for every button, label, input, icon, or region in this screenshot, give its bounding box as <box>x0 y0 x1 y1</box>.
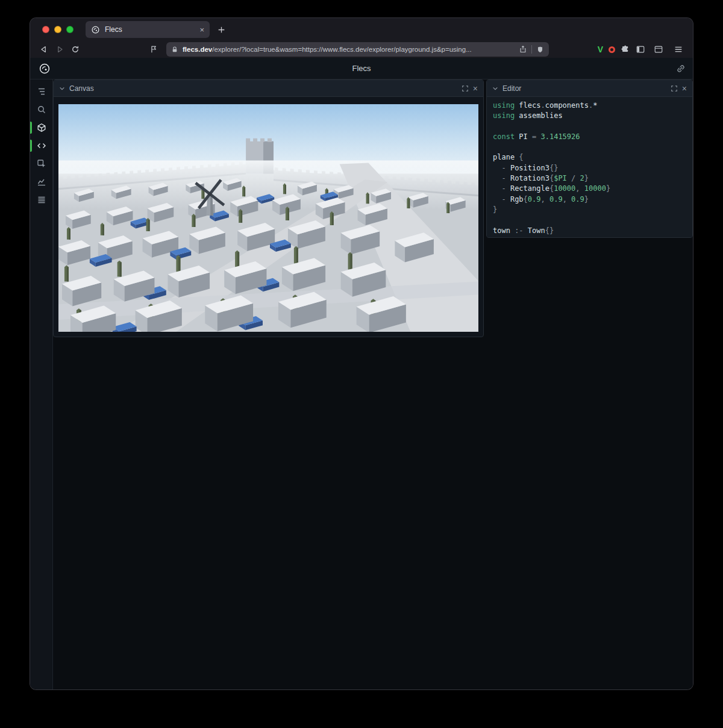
flecs-favicon-icon <box>91 25 100 34</box>
sidebar-inspect-button[interactable] <box>30 155 53 172</box>
reload-button[interactable] <box>67 42 83 57</box>
cube-icon <box>37 123 46 132</box>
expand-icon[interactable] <box>671 85 678 92</box>
canvas-panel: Canvas × <box>53 79 484 337</box>
url-path: /explorer/?local=true&wasm=https://www.f… <box>212 46 472 53</box>
sidebar-editor-button[interactable] <box>30 137 53 154</box>
table-icon <box>37 195 46 205</box>
tab-manager-icon[interactable] <box>654 45 663 54</box>
screen: Flecs × f <box>0 0 723 728</box>
back-button[interactable] <box>36 42 52 57</box>
page-title: Flecs <box>30 64 693 73</box>
urlbar-divider <box>531 45 532 54</box>
toolbar-extensions: V <box>598 45 687 54</box>
lock-icon[interactable] <box>171 46 178 53</box>
sidebar-canvas-button[interactable] <box>30 119 53 136</box>
menu-hamburger-icon[interactable] <box>674 45 683 54</box>
inspect-icon <box>37 159 46 169</box>
expand-icon[interactable] <box>462 85 469 92</box>
editor-panel: Editor × using flecs.components.*using a… <box>486 79 693 238</box>
search-icon <box>37 105 46 114</box>
vimium-v-icon[interactable]: V <box>598 45 603 54</box>
sidebar-search-button[interactable] <box>30 101 53 118</box>
url-bar[interactable]: flecs.dev/explorer/?local=true&wasm=http… <box>166 42 549 57</box>
new-tab-button[interactable] <box>217 25 226 34</box>
close-icon[interactable]: × <box>473 84 478 93</box>
link-icon[interactable] <box>676 64 686 76</box>
canvas-3d-scene[interactable] <box>58 104 478 332</box>
minimize-button[interactable] <box>54 26 61 33</box>
editor-code[interactable]: using flecs.components.*using assemblies… <box>487 97 692 237</box>
close-button[interactable] <box>42 26 49 33</box>
tree-icon <box>37 87 46 96</box>
shield-icon[interactable] <box>536 46 544 54</box>
canvas-panel-title: Canvas <box>69 84 457 93</box>
traffic-lights <box>30 26 83 33</box>
work-area: Canvas × <box>53 79 693 689</box>
canvas-panel-header: Canvas × <box>54 80 483 97</box>
sidebar-rail <box>30 79 53 689</box>
tab-title: Flecs <box>105 25 195 34</box>
sidebar-entities-button[interactable] <box>30 83 53 100</box>
flecs-explorer-app: Flecs <box>30 58 693 689</box>
zoom-button[interactable] <box>66 26 74 33</box>
browser-tab[interactable]: Flecs × <box>86 21 210 38</box>
sidebar-toggle-icon[interactable] <box>636 45 645 54</box>
tab-close-icon[interactable]: × <box>199 26 204 34</box>
red-ring-extension-icon[interactable] <box>609 46 615 53</box>
puzzle-extensions-icon[interactable] <box>621 45 630 54</box>
url-domain: flecs.dev <box>183 46 212 53</box>
editor-panel-header: Editor × <box>487 80 692 97</box>
chevron-down-icon[interactable] <box>59 86 65 91</box>
share-icon[interactable] <box>519 45 527 54</box>
sidebar-queries-button[interactable] <box>30 191 53 208</box>
sidebar-stats-button[interactable] <box>30 173 53 190</box>
canvas-body <box>54 97 483 337</box>
url-text: flecs.dev/explorer/?local=true&wasm=http… <box>183 46 515 53</box>
forward-button[interactable] <box>52 42 67 57</box>
navigation-bar: flecs.dev/explorer/?local=true&wasm=http… <box>30 41 693 58</box>
close-icon[interactable]: × <box>682 84 687 93</box>
stats-icon <box>37 177 46 187</box>
editor-panel-title: Editor <box>502 84 666 93</box>
bookmark-flag-icon[interactable] <box>146 42 161 57</box>
code-icon <box>37 141 46 151</box>
browser-window: Flecs × f <box>30 18 693 689</box>
chevron-down-icon[interactable] <box>492 86 498 91</box>
app-body: Canvas × <box>30 79 693 689</box>
tab-bar: Flecs × <box>30 18 693 41</box>
app-header: Flecs <box>30 58 693 79</box>
